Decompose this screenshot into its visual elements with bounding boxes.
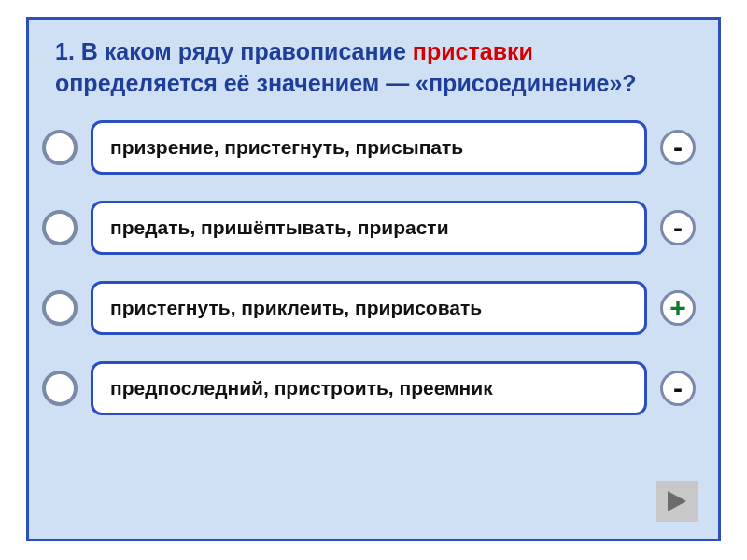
option-label: предпоследний, пристроить, преемник	[110, 377, 493, 399]
svg-marker-0	[668, 491, 686, 511]
mark-symbol: -	[673, 214, 683, 242]
option-row: предать, пришёптывать, прирасти -	[36, 201, 699, 255]
option-label: пристегнуть, приклеить, пририсовать	[110, 297, 482, 319]
radio-option-1[interactable]	[42, 130, 78, 165]
mark-4: -	[660, 371, 696, 406]
option-label: призрение, пристегнуть, присыпать	[110, 136, 463, 159]
option-box-3[interactable]: пристегнуть, приклеить, пририсовать	[91, 281, 647, 335]
option-box-4[interactable]: предпоследний, пристроить, преемник	[91, 361, 647, 415]
option-label: предать, пришёптывать, прирасти	[110, 217, 449, 239]
option-box-1[interactable]: призрение, пристегнуть, присыпать	[91, 120, 647, 175]
quiz-frame: 1. В каком ряду правописание приставки о…	[26, 17, 721, 541]
mark-symbol: -	[673, 133, 683, 161]
radio-option-4[interactable]	[42, 371, 78, 406]
play-icon	[666, 489, 688, 513]
mark-symbol: -	[673, 374, 683, 402]
option-box-2[interactable]: предать, пришёптывать, прирасти	[91, 201, 647, 255]
option-row: предпоследний, пристроить, преемник -	[36, 361, 699, 415]
question-number: 1.	[55, 38, 75, 64]
option-row: призрение, пристегнуть, присыпать -	[36, 120, 699, 175]
question-highlight: приставки	[413, 38, 533, 64]
question-part2: определяется её значением — «присоединен…	[55, 70, 637, 96]
mark-1: -	[660, 130, 696, 165]
question-text: 1. В каком ряду правописание приставки о…	[55, 36, 692, 100]
radio-option-3[interactable]	[42, 290, 78, 326]
radio-option-2[interactable]	[42, 210, 78, 245]
mark-symbol: +	[669, 294, 686, 322]
question-part1: В каком ряду правописание	[81, 38, 406, 64]
option-row: пристегнуть, приклеить, пририсовать +	[36, 281, 699, 335]
options-list: призрение, пристегнуть, присыпать - пред…	[29, 120, 718, 415]
next-button[interactable]	[656, 481, 698, 522]
mark-3: +	[660, 290, 696, 326]
mark-2: -	[660, 210, 696, 245]
